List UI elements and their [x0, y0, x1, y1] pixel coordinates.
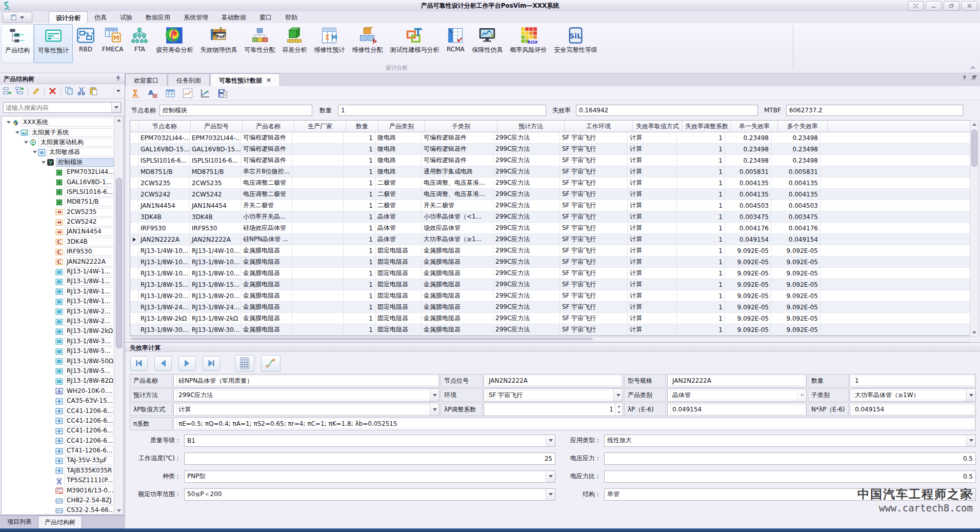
close-button[interactable]: [962, 1, 977, 11]
tree-item[interactable]: CC41-1206-6...: [2, 426, 115, 436]
tree-item[interactable]: RJ13-1/8W-2kΩ: [2, 326, 115, 336]
method-select[interactable]: 299C应力法: [173, 388, 439, 402]
add-node-button[interactable]: [3, 87, 12, 95]
nlp-field[interactable]: 0.049154: [850, 403, 976, 416]
table-button[interactable]: [165, 88, 175, 98]
chevron-down-icon[interactable]: [430, 403, 439, 416]
ribbon-item-FTA[interactable]: FTA: [127, 24, 152, 63]
table-row[interactable]: RJ13-1/8W-30...RJ13-1/8W-30...金属膜电阻器1固定电…: [130, 324, 978, 336]
ribbon-item-失效物理仿真[interactable]: PoF失效物理仿真: [196, 24, 241, 63]
search-dropdown-button[interactable]: [111, 103, 121, 112]
expander-icon[interactable]: [23, 141, 29, 144]
node-ref-field[interactable]: JAN2N2222A: [484, 374, 623, 387]
add-child-node-button[interactable]: [15, 87, 24, 95]
param-input[interactable]: 0.5: [604, 470, 976, 483]
ribbon-item-疲劳寿命分析[interactable]: 疲劳寿命分析: [152, 24, 196, 63]
expander-icon[interactable]: [41, 161, 47, 164]
tree-item[interactable]: CT41-1206-6...: [2, 446, 115, 456]
curve-chart-button[interactable]: [200, 88, 210, 98]
tree-item[interactable]: MD8751/B: [2, 197, 115, 207]
column-header-产品型号[interactable]: 产品型号: [191, 121, 243, 132]
environment-select[interactable]: SF 宇宙飞行: [484, 388, 623, 402]
mtbf-field[interactable]: 6062737.2: [786, 105, 963, 116]
table-row[interactable]: 2CW52422CW5242电压调整二极管1二极管电压调整、电压基准...299…: [130, 189, 978, 200]
column-header-产品类别[interactable]: 产品类别: [378, 121, 425, 132]
table-row[interactable]: 3DK4B3DK4B小功率开关晶...1晶体管小功率晶体管（<1...299C应…: [130, 211, 978, 223]
tree-item[interactable]: TP5SZ1111(P...: [2, 476, 115, 485]
expander-icon[interactable]: [32, 151, 38, 153]
curve-button[interactable]: [261, 355, 281, 372]
menu-tab-帮助[interactable]: 帮助: [278, 11, 304, 23]
lp-field[interactable]: 0.049154: [667, 403, 807, 416]
tree-item[interactable]: 太阳翼驱动机构: [2, 137, 115, 147]
document-tab-可靠性预计数据[interactable]: 可靠性预计数据×: [210, 73, 280, 86]
tree-item[interactable]: IRF9530: [2, 247, 115, 257]
tree-item[interactable]: 3DK4B: [2, 237, 115, 247]
search-input[interactable]: [4, 104, 111, 111]
tree-item[interactable]: TAJB335K035R: [2, 466, 115, 476]
qty-field[interactable]: 1: [338, 105, 546, 116]
menu-tab-窗口[interactable]: 窗口: [253, 11, 278, 23]
tree-item[interactable]: WH20-10K-0....: [2, 386, 115, 396]
scatter-chart-button[interactable]: [183, 88, 193, 98]
tree-item[interactable]: GAL16V8D-1...: [2, 177, 115, 187]
scrollbar-thumb[interactable]: [116, 178, 122, 348]
document-tab-欢迎窗口[interactable]: 欢迎窗口: [125, 73, 167, 86]
lp-mode-select[interactable]: 计算: [173, 403, 439, 416]
failure-rate-field[interactable]: 0.164942: [576, 105, 758, 116]
tree-item[interactable]: 控制模块: [2, 157, 115, 167]
column-header-子类别[interactable]: 子类别: [425, 121, 497, 132]
table-row[interactable]: RJ13-1/4W-10...RJ13-1/4W-10...金属膜电阻器1固定电…: [130, 245, 978, 257]
menu-tab-设计分析[interactable]: 设计分析: [49, 11, 88, 23]
column-header-失效率调整系数[interactable]: 失效率调整系数: [683, 121, 731, 132]
column-header-预计方法[interactable]: 预计方法: [497, 121, 565, 132]
column-header-数量[interactable]: 数量: [346, 121, 378, 132]
grid-scrollbar[interactable]: [970, 120, 979, 337]
ribbon-item-RBD[interactable]: RBD: [73, 24, 98, 63]
param-input[interactable]: 25: [184, 452, 555, 465]
scroll-up-icon[interactable]: [115, 116, 123, 124]
table-row[interactable]: JAN2N2222AJAN2N2222A硅NPN晶体管 ...1晶体管大功率晶体…: [130, 234, 978, 245]
chevron-down-icon[interactable]: [546, 435, 555, 446]
ribbon-item-可靠性分配[interactable]: 可靠性分配: [241, 24, 278, 63]
table-row[interactable]: RJ13-1/8W-2kΩRJ13-1/8W-2kΩ金属膜电阻器1固定电阻器金属…: [130, 313, 978, 324]
table-row[interactable]: ISPLSI1016-6...ISPLSI1016-6...可编程逻辑器件1微电…: [130, 155, 978, 166]
toolbar-overflow-button[interactable]: [114, 87, 123, 96]
table-row[interactable]: RJ13-1/8W-20...RJ13-1/8W-20...金属膜电阻器1固定电…: [130, 290, 978, 302]
table-row[interactable]: MD8751/BMD8751/B单芯片8位微控...1微电路通用数字集成电路29…: [130, 166, 978, 178]
tree-item[interactable]: CH82-2.54-8ZJ: [2, 496, 115, 505]
tree-item[interactable]: RJ13-1/8W-5...: [2, 346, 115, 356]
ribbon-item-测试性建模与分析[interactable]: 测试性建模与分析: [386, 24, 443, 63]
tree-item[interactable]: CA35-63V-15...: [2, 396, 115, 406]
pin-icon[interactable]: [115, 75, 121, 82]
tree-item[interactable]: RJ13-1/8W-3...: [2, 337, 115, 346]
save-button[interactable]: [217, 88, 228, 98]
ribbon-item-可靠性预计[interactable]: 可靠性预计: [34, 24, 73, 63]
table-row[interactable]: RJ13-1/8W-15...RJ13-1/8W-15...金属膜电阻器1固定电…: [130, 279, 978, 290]
chevron-down-icon[interactable]: [546, 471, 555, 482]
delete-button[interactable]: [48, 87, 57, 95]
tree-item[interactable]: RJ13-1/8W-2...: [2, 306, 115, 316]
tree-item[interactable]: XXX系统: [2, 117, 115, 127]
app-menu-button[interactable]: [3, 12, 32, 23]
tree-item[interactable]: M39016/13-0...: [2, 485, 115, 495]
ribbon-item-安全完整性等级[interactable]: SiL安全完整性等级: [550, 24, 601, 63]
lp-adjust-spinner[interactable]: 1: [484, 403, 623, 416]
ribbon-item-产品结构[interactable]: 产品结构: [1, 24, 34, 63]
calc-qty-field[interactable]: 1: [850, 374, 976, 387]
ribbon-item-维修性分配[interactable]: M维修性分配: [348, 24, 386, 63]
tree-item[interactable]: 太阳敏感器: [2, 147, 115, 157]
chevron-down-icon[interactable]: [546, 489, 555, 500]
tree-item[interactable]: ISPLSI1016-6...: [2, 187, 115, 197]
tree-item[interactable]: RJ13-1/8W-50Ω: [2, 356, 115, 366]
subcategory-select[interactable]: 大功率晶体管（≥1W）: [850, 388, 976, 402]
tree-search-combo[interactable]: [3, 102, 121, 113]
fullscreen-button[interactable]: [908, 1, 924, 11]
column-header-节点名称[interactable]: 节点名称: [139, 121, 191, 132]
tree-item[interactable]: 太阳翼子系统: [2, 127, 115, 137]
paste-button[interactable]: [89, 87, 98, 95]
tree-item[interactable]: CS32-2.54-66...: [2, 505, 115, 515]
column-header-失效率取值方式[interactable]: 失效率取值方式: [633, 121, 683, 132]
tree-item[interactable]: RJ13-1/8W-5...: [2, 366, 115, 376]
param-input[interactable]: 0.5: [604, 452, 976, 465]
